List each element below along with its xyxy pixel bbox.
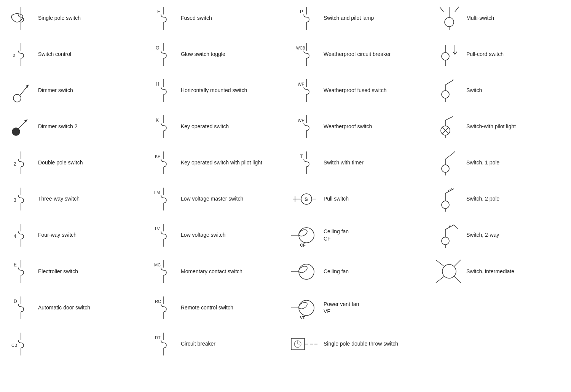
svg-text:T: T bbox=[300, 154, 303, 159]
svg-line-85 bbox=[445, 189, 454, 193]
svg-point-99 bbox=[442, 237, 449, 245]
cell-dimmer-switch: Dimmer switch bbox=[0, 72, 143, 108]
symbol-low-voltage-master-switch: LM bbox=[147, 186, 181, 212]
cell-low-voltage-master-switch: LM Low voltage master switch bbox=[143, 181, 286, 217]
svg-text:4: 4 bbox=[14, 234, 16, 239]
cell-circuit-breaker: CB bbox=[0, 326, 143, 362]
cell-empty1 bbox=[428, 290, 571, 326]
label-three-way-switch: Three-way switch bbox=[38, 195, 139, 202]
label-low-voltage-master-switch: Low voltage master switch bbox=[181, 195, 282, 202]
svg-text:LV: LV bbox=[155, 226, 160, 231]
svg-text:S: S bbox=[305, 196, 308, 202]
cell-automatic-door-switch: D Automatic door switch bbox=[0, 290, 143, 326]
label-ceiling-fan-cf: Ceiling fan CF bbox=[324, 228, 424, 242]
svg-line-116 bbox=[454, 260, 461, 266]
svg-text:a: a bbox=[13, 53, 16, 58]
label-ceiling-fan: Ceiling fan bbox=[324, 268, 424, 275]
svg-text:MC: MC bbox=[154, 263, 161, 267]
svg-point-112 bbox=[298, 265, 308, 274]
symbol-key-operated-switch-pilot: KP bbox=[147, 150, 181, 176]
cell-weatherproof-circuit-breaker: WCB Weatherproof circuit breaker bbox=[286, 36, 428, 72]
symbol-switch-control: a bbox=[4, 41, 38, 68]
svg-text:E: E bbox=[14, 262, 17, 268]
cell-pull-cord-switch: Pull-cord switch bbox=[428, 36, 571, 72]
symbol-fused-switch: F bbox=[147, 5, 181, 32]
cell-switch-with-pilot-light: Switch-with pilot light bbox=[428, 108, 571, 145]
cell-weatherproof-fused-switch: WF Weatherproof fused switch bbox=[286, 72, 428, 108]
label-horizontally-mounted-switch: Horizontally mounted switch bbox=[181, 87, 282, 94]
cell-key-operated-switch-pilot: KP Key operated switch with pilot light bbox=[143, 145, 286, 181]
symbol-four-way-switch: 4 bbox=[4, 222, 38, 249]
symbol-remote-control-switch: RC bbox=[147, 295, 181, 321]
label-key-operated-switch: Key operated switch bbox=[181, 123, 282, 130]
label-key-operated-switch-pilot: Key operated switch with pilot light bbox=[181, 159, 282, 166]
svg-point-38 bbox=[442, 91, 449, 98]
symbol-horizontally-mounted-switch: H bbox=[147, 77, 181, 104]
cell-power-vent-fan: VF Power vent fan VF bbox=[286, 290, 428, 326]
label-switch-with-pilot-light: Switch-with pilot light bbox=[466, 123, 567, 130]
svg-text:DT: DT bbox=[155, 335, 161, 340]
svg-text:KP: KP bbox=[155, 154, 161, 159]
symbol-switch bbox=[432, 77, 466, 104]
symbol-ceiling-fan bbox=[289, 257, 324, 286]
label-power-vent-fan: Power vent fan VF bbox=[324, 301, 424, 314]
label-remote-control-switch: Remote control switch bbox=[181, 304, 282, 311]
cell-glow-switch-toggle: G Glow switch toggle bbox=[143, 36, 286, 72]
symbol-automatic-door-switch: D bbox=[4, 295, 38, 321]
label-switch-with-timer: Switch with timer bbox=[324, 159, 424, 166]
svg-line-117 bbox=[436, 276, 444, 283]
svg-text:2: 2 bbox=[14, 161, 16, 167]
symbol-ceiling-fan-cf: CF bbox=[289, 221, 324, 249]
symbol-multi-switch bbox=[432, 5, 466, 32]
svg-text:VF: VF bbox=[300, 316, 305, 320]
svg-text:K: K bbox=[156, 118, 159, 123]
symbol-three-way-switch: 3 bbox=[4, 186, 38, 212]
cell-switch-control: a Switch control bbox=[0, 36, 143, 72]
label-multi-switch: Multi-switch bbox=[466, 14, 567, 21]
symbol-dimmer-switch bbox=[4, 77, 38, 104]
cell-switch-2-pole: Switch, 2 pole bbox=[428, 181, 571, 217]
svg-line-40 bbox=[445, 80, 453, 85]
svg-line-71 bbox=[453, 151, 455, 153]
svg-point-23 bbox=[442, 53, 449, 60]
label-glow-switch-toggle: Glow switch toggle bbox=[181, 51, 282, 57]
svg-point-43 bbox=[12, 128, 20, 135]
cell-multi-switch: Multi-switch bbox=[428, 0, 571, 36]
symbol-dimmer-switch-2 bbox=[4, 113, 38, 140]
symbol-momentary-contact-switch: MC bbox=[147, 258, 181, 285]
svg-text:WP: WP bbox=[298, 118, 305, 123]
symbol-circuit-breaker: CB bbox=[4, 331, 38, 357]
label-switch-control: Switch control bbox=[38, 51, 139, 57]
symbol-weatherproof-circuit-breaker: WCB bbox=[289, 41, 324, 68]
cell-switch-pilot-lamp: P Switch and pilot lamp bbox=[286, 0, 428, 36]
cell-fused-switch: F Fused switch bbox=[143, 0, 286, 36]
label-electrolier-switch: Electrolier switch bbox=[38, 268, 139, 275]
symbol-weatherproof-fused-switch: WF bbox=[289, 77, 324, 104]
label-double-pole-switch: Double pole switch bbox=[38, 159, 139, 166]
svg-text:F: F bbox=[157, 9, 160, 14]
svg-line-56 bbox=[445, 116, 453, 120]
svg-line-118 bbox=[454, 276, 461, 283]
svg-text:LM: LM bbox=[154, 190, 160, 195]
label-momentary-contact-switch: Momentary contact switch bbox=[181, 268, 282, 275]
svg-point-126 bbox=[298, 301, 308, 310]
symbol-single-pole-double-throw: DT bbox=[147, 331, 181, 357]
label-switch-1-pole: Switch, 1 pole bbox=[466, 159, 567, 166]
symbol-double-pole-switch: 2 bbox=[4, 150, 38, 176]
cell-three-way-switch: 3 Three-way switch bbox=[0, 181, 143, 217]
symbol-switch-2-way bbox=[432, 222, 466, 249]
label-fused-switch: Fused switch bbox=[181, 14, 282, 21]
cell-electrolier-switch: E Electrolier switch bbox=[0, 253, 143, 290]
svg-line-11 bbox=[440, 7, 443, 12]
cell-ceiling-fan-cf: CF Ceiling fan CF bbox=[286, 217, 428, 253]
symbol-grid: Single pole switch F Fused switch P Swit… bbox=[0, 0, 571, 362]
cell-double-pole-switch: 2 Double pole switch bbox=[0, 145, 143, 181]
cell-remote-control-switch: RC Remote control switch bbox=[143, 290, 286, 326]
symbol-key-operated-switch: K bbox=[147, 113, 181, 140]
svg-point-9 bbox=[445, 18, 454, 27]
svg-line-101 bbox=[445, 225, 454, 229]
cell-momentary-contact-switch: MC Momentary contact switch bbox=[143, 253, 286, 290]
cell-single-pole-switch: Single pole switch bbox=[0, 0, 143, 36]
svg-line-115 bbox=[436, 260, 444, 266]
label-dimmer-switch: Dimmer switch bbox=[38, 87, 139, 94]
